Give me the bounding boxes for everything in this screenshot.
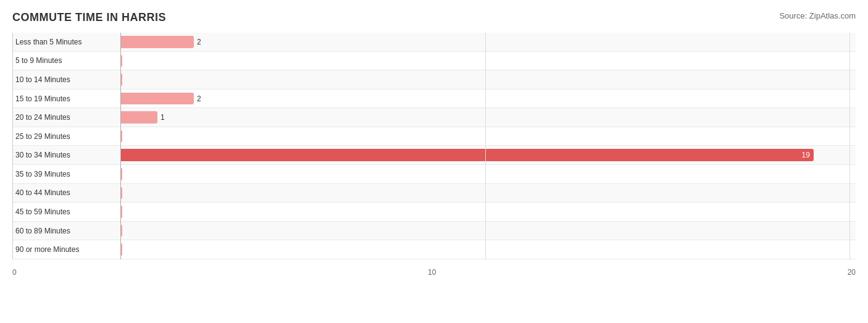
bar-label: 25 to 29 Minutes [15,132,70,141]
bar-value: 2 [197,38,201,46]
bar-label: 45 to 59 Minutes [15,208,70,216]
bar-fill [121,225,122,237]
bar-fill [121,168,122,180]
chart-title: COMMUTE TIME IN HARRIS [12,11,166,24]
bar-fill [121,111,157,124]
bar-fill-highlight: 19 [121,149,814,161]
bar-row: 20 to 24 Minutes1 [13,108,856,127]
bar-label: 5 to 9 Minutes [15,56,62,65]
bar-fill [121,206,122,218]
bar-row: 40 to 44 Minutes [13,184,856,203]
x-axis-label: 10 [428,268,436,277]
bar-row: 5 to 9 Minutes [13,52,856,71]
bar-fill [121,55,122,67]
bar-row: 35 to 39 Minutes [13,165,856,184]
bar-fill [121,36,194,48]
bar-label: 20 to 24 Minutes [15,113,70,122]
gridline [849,33,850,259]
bar-row: 45 to 59 Minutes [13,203,856,222]
bar-label: 90 or more Minutes [15,245,79,254]
bar-row: 25 to 29 Minutes [13,127,856,146]
bar-label: 15 to 19 Minutes [15,94,70,103]
x-axis-label: 20 [848,268,856,277]
bar-label: 40 to 44 Minutes [15,188,70,197]
bar-row: 60 to 89 Minutes [13,222,856,241]
x-axis-label: 0 [12,268,17,277]
bar-row: 15 to 19 Minutes2 [13,90,856,109]
chart-source: Source: ZipAtlas.com [779,11,856,20]
bar-label: 35 to 39 Minutes [15,170,70,178]
bar-row: 90 or more Minutes [13,240,856,259]
bar-fill [121,73,122,86]
bar-label: 60 to 89 Minutes [15,227,70,235]
bar-fill [121,130,122,143]
bar-label: Less than 5 Minutes [15,38,81,46]
chart-header: COMMUTE TIME IN HARRIS Source: ZipAtlas.… [12,11,856,24]
bars-container: Less than 5 Minutes25 to 9 Minutes10 to … [12,33,856,259]
bar-fill [121,243,122,256]
chart-container: COMMUTE TIME IN HARRIS Source: ZipAtlas.… [0,0,868,323]
bar-row: 30 to 34 Minutes19 [13,146,856,165]
x-axis: 01020 [12,259,856,277]
x-axis-labels: 01020 [12,266,856,277]
bar-fill [121,187,122,199]
bar-label: 30 to 34 Minutes [15,151,70,159]
bar-value: 2 [197,94,201,103]
chart-area: Less than 5 Minutes25 to 9 Minutes10 to … [12,33,856,277]
gridline [485,33,486,259]
bar-row: 10 to 14 Minutes [13,70,856,90]
gridline [120,33,121,259]
bar-value: 1 [161,113,165,122]
bar-label: 10 to 14 Minutes [15,75,70,84]
bar-value: 19 [802,151,810,159]
bar-row: Less than 5 Minutes2 [13,33,856,52]
bar-fill [121,93,194,105]
